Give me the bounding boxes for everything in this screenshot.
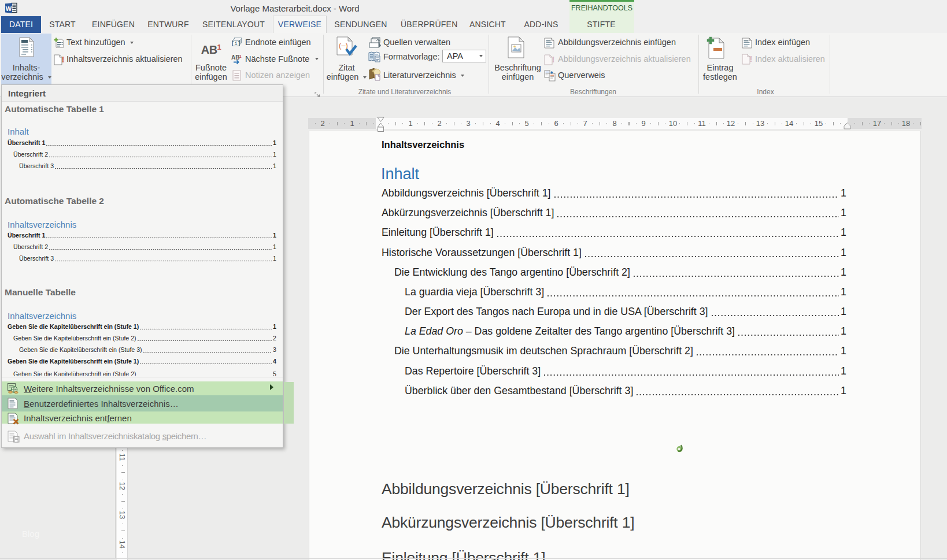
svg-text:!: ! xyxy=(62,54,65,64)
svg-text:!: ! xyxy=(750,54,753,64)
svg-text:!: ! xyxy=(552,54,555,64)
svg-text:1: 1 xyxy=(239,54,242,59)
svg-text:[i]: [i] xyxy=(231,41,240,47)
svg-text:(–): (–) xyxy=(339,41,348,50)
svg-text:AB: AB xyxy=(231,54,239,61)
